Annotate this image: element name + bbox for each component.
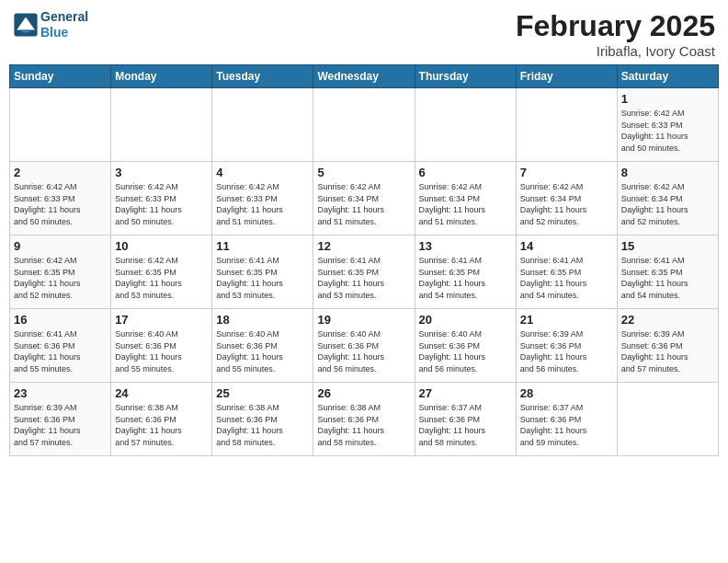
calendar-day xyxy=(212,88,313,162)
weekday-header: Monday xyxy=(111,65,212,88)
calendar-day: 12Sunrise: 6:41 AM Sunset: 6:35 PM Dayli… xyxy=(313,236,415,309)
day-number: 26 xyxy=(317,386,410,400)
calendar-day xyxy=(516,88,617,162)
calendar-week: 9Sunrise: 6:42 AM Sunset: 6:35 PM Daylig… xyxy=(10,236,719,309)
day-info: Sunrise: 6:39 AM Sunset: 6:36 PM Dayligh… xyxy=(520,328,613,374)
day-info: Sunrise: 6:42 AM Sunset: 6:35 PM Dayligh… xyxy=(14,255,107,301)
day-number: 2 xyxy=(14,166,107,179)
calendar-day: 24Sunrise: 6:38 AM Sunset: 6:36 PM Dayli… xyxy=(111,383,212,456)
svg-rect-2 xyxy=(22,29,29,32)
day-info: Sunrise: 6:37 AM Sunset: 6:36 PM Dayligh… xyxy=(520,402,613,448)
day-number: 20 xyxy=(419,313,512,327)
calendar-day: 15Sunrise: 6:41 AM Sunset: 6:35 PM Dayli… xyxy=(617,236,718,309)
title-block: February 2025 Iribafla, Ivory Coast xyxy=(516,9,715,59)
calendar-day: 1Sunrise: 6:42 AM Sunset: 6:33 PM Daylig… xyxy=(617,88,718,162)
day-info: Sunrise: 6:38 AM Sunset: 6:36 PM Dayligh… xyxy=(216,402,309,448)
calendar-week: 23Sunrise: 6:39 AM Sunset: 6:36 PM Dayli… xyxy=(10,383,719,456)
day-info: Sunrise: 6:39 AM Sunset: 6:36 PM Dayligh… xyxy=(621,328,714,374)
day-number: 23 xyxy=(14,386,107,400)
day-number: 16 xyxy=(14,313,107,327)
day-number: 18 xyxy=(216,313,309,327)
day-number: 28 xyxy=(520,386,613,400)
calendar-day: 25Sunrise: 6:38 AM Sunset: 6:36 PM Dayli… xyxy=(212,383,313,456)
day-info: Sunrise: 6:41 AM Sunset: 6:36 PM Dayligh… xyxy=(14,328,107,374)
weekday-header: Thursday xyxy=(415,65,516,88)
day-info: Sunrise: 6:38 AM Sunset: 6:36 PM Dayligh… xyxy=(115,402,208,448)
calendar-day: 11Sunrise: 6:41 AM Sunset: 6:35 PM Dayli… xyxy=(212,236,313,309)
calendar-day: 8Sunrise: 6:42 AM Sunset: 6:34 PM Daylig… xyxy=(617,162,718,236)
day-info: Sunrise: 6:40 AM Sunset: 6:36 PM Dayligh… xyxy=(317,328,410,374)
day-number: 11 xyxy=(216,239,309,253)
calendar-day: 21Sunrise: 6:39 AM Sunset: 6:36 PM Dayli… xyxy=(516,309,617,383)
subtitle: Iribafla, Ivory Coast xyxy=(516,43,715,59)
page-header: General Blue February 2025 Iribafla, Ivo… xyxy=(9,9,719,59)
calendar-week: 1Sunrise: 6:42 AM Sunset: 6:33 PM Daylig… xyxy=(10,88,719,162)
calendar-day: 23Sunrise: 6:39 AM Sunset: 6:36 PM Dayli… xyxy=(10,383,111,456)
calendar-week: 16Sunrise: 6:41 AM Sunset: 6:36 PM Dayli… xyxy=(10,309,719,383)
calendar-header: SundayMondayTuesdayWednesdayThursdayFrid… xyxy=(10,65,719,88)
main-title: February 2025 xyxy=(516,9,715,43)
day-number: 9 xyxy=(14,239,107,253)
calendar-day: 17Sunrise: 6:40 AM Sunset: 6:36 PM Dayli… xyxy=(111,309,212,383)
day-number: 13 xyxy=(419,239,512,253)
day-number: 14 xyxy=(520,239,613,253)
logo: General Blue xyxy=(13,9,88,40)
day-number: 10 xyxy=(115,239,208,253)
day-number: 4 xyxy=(216,166,309,179)
day-number: 1 xyxy=(621,92,714,106)
day-info: Sunrise: 6:42 AM Sunset: 6:33 PM Dayligh… xyxy=(14,181,107,227)
day-info: Sunrise: 6:38 AM Sunset: 6:36 PM Dayligh… xyxy=(317,402,410,448)
calendar-day: 14Sunrise: 6:41 AM Sunset: 6:35 PM Dayli… xyxy=(516,236,617,309)
logo-line2: Blue xyxy=(40,25,88,40)
weekday-header: Wednesday xyxy=(313,65,415,88)
calendar-day xyxy=(415,88,516,162)
day-info: Sunrise: 6:41 AM Sunset: 6:35 PM Dayligh… xyxy=(317,255,410,301)
calendar-day: 4Sunrise: 6:42 AM Sunset: 6:33 PM Daylig… xyxy=(212,162,313,236)
calendar-day: 22Sunrise: 6:39 AM Sunset: 6:36 PM Dayli… xyxy=(617,309,718,383)
day-info: Sunrise: 6:42 AM Sunset: 6:33 PM Dayligh… xyxy=(621,108,714,154)
calendar-body: 1Sunrise: 6:42 AM Sunset: 6:33 PM Daylig… xyxy=(10,88,719,456)
day-info: Sunrise: 6:42 AM Sunset: 6:34 PM Dayligh… xyxy=(419,181,512,227)
day-number: 27 xyxy=(419,386,512,400)
weekday-header: Tuesday xyxy=(212,65,313,88)
weekday-header: Sunday xyxy=(10,65,111,88)
day-info: Sunrise: 6:42 AM Sunset: 6:33 PM Dayligh… xyxy=(216,181,309,227)
day-number: 12 xyxy=(317,239,410,253)
day-info: Sunrise: 6:40 AM Sunset: 6:36 PM Dayligh… xyxy=(115,328,208,374)
calendar-day: 13Sunrise: 6:41 AM Sunset: 6:35 PM Dayli… xyxy=(415,236,516,309)
day-info: Sunrise: 6:42 AM Sunset: 6:33 PM Dayligh… xyxy=(115,181,208,227)
calendar-day xyxy=(313,88,415,162)
day-info: Sunrise: 6:42 AM Sunset: 6:34 PM Dayligh… xyxy=(317,181,410,227)
day-number: 22 xyxy=(621,313,714,327)
weekday-header: Friday xyxy=(516,65,617,88)
calendar-week: 2Sunrise: 6:42 AM Sunset: 6:33 PM Daylig… xyxy=(10,162,719,236)
calendar-table: SundayMondayTuesdayWednesdayThursdayFrid… xyxy=(9,64,719,456)
calendar-day: 16Sunrise: 6:41 AM Sunset: 6:36 PM Dayli… xyxy=(10,309,111,383)
calendar-day: 3Sunrise: 6:42 AM Sunset: 6:33 PM Daylig… xyxy=(111,162,212,236)
calendar-day: 27Sunrise: 6:37 AM Sunset: 6:36 PM Dayli… xyxy=(415,383,516,456)
day-number: 3 xyxy=(115,166,208,179)
calendar-day: 26Sunrise: 6:38 AM Sunset: 6:36 PM Dayli… xyxy=(313,383,415,456)
day-info: Sunrise: 6:37 AM Sunset: 6:36 PM Dayligh… xyxy=(419,402,512,448)
calendar-day: 6Sunrise: 6:42 AM Sunset: 6:34 PM Daylig… xyxy=(415,162,516,236)
day-info: Sunrise: 6:39 AM Sunset: 6:36 PM Dayligh… xyxy=(14,402,107,448)
day-number: 5 xyxy=(317,166,410,179)
calendar-day: 10Sunrise: 6:42 AM Sunset: 6:35 PM Dayli… xyxy=(111,236,212,309)
calendar-day: 9Sunrise: 6:42 AM Sunset: 6:35 PM Daylig… xyxy=(10,236,111,309)
day-info: Sunrise: 6:41 AM Sunset: 6:35 PM Dayligh… xyxy=(621,255,714,301)
day-info: Sunrise: 6:40 AM Sunset: 6:36 PM Dayligh… xyxy=(216,328,309,374)
day-info: Sunrise: 6:40 AM Sunset: 6:36 PM Dayligh… xyxy=(419,328,512,374)
day-number: 6 xyxy=(419,166,512,179)
day-info: Sunrise: 6:41 AM Sunset: 6:35 PM Dayligh… xyxy=(419,255,512,301)
day-number: 25 xyxy=(216,386,309,400)
calendar-day: 19Sunrise: 6:40 AM Sunset: 6:36 PM Dayli… xyxy=(313,309,415,383)
day-number: 24 xyxy=(115,386,208,400)
day-info: Sunrise: 6:42 AM Sunset: 6:34 PM Dayligh… xyxy=(621,181,714,227)
day-number: 15 xyxy=(621,239,714,253)
calendar-day xyxy=(617,383,718,456)
day-number: 8 xyxy=(621,166,714,179)
day-info: Sunrise: 6:41 AM Sunset: 6:35 PM Dayligh… xyxy=(520,255,613,301)
day-number: 19 xyxy=(317,313,410,327)
calendar-day: 18Sunrise: 6:40 AM Sunset: 6:36 PM Dayli… xyxy=(212,309,313,383)
logo-icon xyxy=(13,12,39,38)
